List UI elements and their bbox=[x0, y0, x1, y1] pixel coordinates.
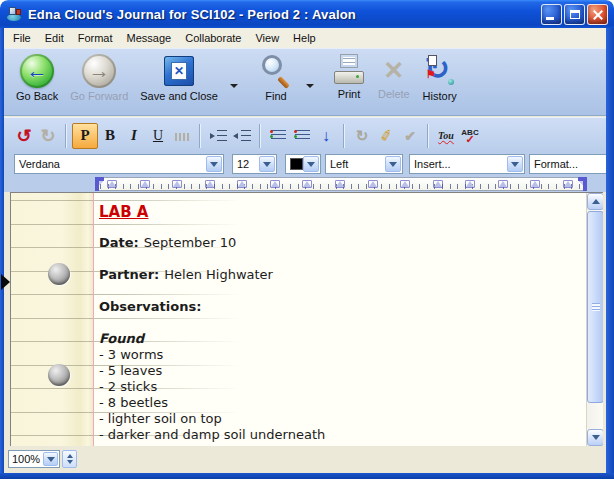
decrease-indent-button[interactable] bbox=[230, 123, 254, 149]
print-icon bbox=[332, 54, 366, 86]
toolbar-separator bbox=[343, 124, 345, 148]
go-back-icon: ← bbox=[20, 54, 54, 88]
list-item: - darker and damp soil underneath bbox=[99, 427, 325, 443]
minimize-button[interactable] bbox=[541, 4, 562, 25]
increase-indent-button[interactable] bbox=[206, 123, 230, 149]
zoom-spinner[interactable] bbox=[62, 450, 77, 468]
punch-hole bbox=[48, 263, 70, 285]
undo-icon: ↺ bbox=[16, 125, 31, 147]
spell-check-button[interactable]: ABC ✓ bbox=[458, 123, 482, 149]
chevron-down-icon[interactable] bbox=[43, 452, 58, 466]
journal-page[interactable]: LAB A Date:September 10 Partner:Helen Hi… bbox=[10, 192, 603, 446]
ruler bbox=[95, 177, 587, 191]
scroll-down-button[interactable] bbox=[587, 429, 603, 446]
delete-button: ✕ Delete bbox=[372, 53, 416, 101]
menu-edit[interactable]: Edit bbox=[38, 30, 71, 46]
spell-check-icon: ABC ✓ bbox=[461, 129, 478, 143]
chevron-down-icon[interactable] bbox=[303, 156, 319, 172]
menu-help[interactable]: Help bbox=[286, 30, 323, 46]
move-down-button[interactable]: ↓ bbox=[314, 123, 338, 149]
increase-indent-icon bbox=[209, 130, 227, 141]
margin-collapse-handle[interactable] bbox=[1, 274, 10, 290]
accept-edits-icon: ✔ bbox=[404, 128, 416, 144]
spelling-as-you-type-icon: Tou bbox=[438, 130, 454, 141]
toolbar-separator bbox=[199, 124, 201, 148]
insert-select[interactable]: Insert... bbox=[409, 154, 525, 174]
menu-bar: File Edit Format Message Collaborate Vie… bbox=[4, 28, 606, 48]
alignment-select[interactable]: Left bbox=[325, 154, 403, 174]
menu-file[interactable]: File bbox=[6, 30, 38, 46]
history-person-icon bbox=[448, 79, 454, 85]
menu-collaborate[interactable]: Collaborate bbox=[178, 30, 248, 46]
line-spacing-icon bbox=[295, 130, 310, 141]
close-button[interactable] bbox=[587, 4, 608, 25]
check-spelling-as-you-type-button[interactable]: Tou bbox=[434, 123, 458, 149]
found-heading: Found bbox=[99, 331, 144, 346]
save-and-close-button[interactable]: ✕ Save and Close bbox=[134, 53, 224, 103]
document-title: LAB A bbox=[99, 203, 148, 221]
style-combo-row: Verdana 12 Left Insert... Format... bbox=[4, 153, 606, 176]
ruler-row bbox=[4, 176, 606, 192]
ruler-tab-markers bbox=[108, 181, 572, 187]
go-forward-icon: → bbox=[82, 54, 116, 88]
chevron-down-icon[interactable] bbox=[385, 156, 401, 172]
font-color-swatch bbox=[290, 158, 303, 170]
menu-view[interactable]: View bbox=[248, 30, 286, 46]
menu-format[interactable]: Format bbox=[71, 30, 120, 46]
window-border-right bbox=[606, 26, 614, 479]
scrollbar-thumb[interactable] bbox=[587, 211, 603, 403]
move-down-icon: ↓ bbox=[322, 129, 330, 143]
application-window: Edna Cloud's Journal for SCI102 - Period… bbox=[0, 0, 614, 479]
delete-icon: ✕ bbox=[383, 54, 404, 86]
accept-edits-button: ✔ bbox=[398, 123, 422, 149]
zoom-level-select[interactable]: 100% bbox=[8, 450, 60, 468]
font-size-select[interactable]: 12 bbox=[232, 154, 277, 174]
date-line: Date:September 10 bbox=[99, 235, 236, 250]
redo-icon: ↻ bbox=[40, 125, 55, 147]
format-select[interactable]: Format... bbox=[529, 154, 606, 174]
maximize-button[interactable] bbox=[564, 4, 585, 25]
find-button[interactable]: Find bbox=[252, 53, 300, 103]
main-toolbar: ← Go Back → Go Forward ✕ Save and Close … bbox=[4, 48, 606, 116]
chevron-down-icon[interactable] bbox=[507, 156, 523, 172]
font-family-select[interactable]: Verdana bbox=[14, 154, 224, 174]
chevron-down-icon[interactable] bbox=[206, 156, 222, 172]
paragraph-spacing-button[interactable] bbox=[266, 123, 290, 149]
bold-button[interactable]: B bbox=[98, 123, 122, 149]
print-button[interactable]: Print bbox=[326, 53, 372, 101]
chevron-down-icon bbox=[306, 84, 314, 105]
paragraph-style-button[interactable]: P bbox=[72, 123, 98, 149]
left-margin-marker[interactable] bbox=[95, 177, 104, 191]
paragraph-spacing-icon bbox=[271, 130, 286, 141]
vertical-scrollbar[interactable] bbox=[586, 193, 603, 446]
scroll-up-button[interactable] bbox=[587, 193, 603, 210]
chevron-down-icon bbox=[230, 84, 238, 105]
status-bar: 100% bbox=[4, 446, 606, 473]
find-dropdown-arrow[interactable] bbox=[300, 88, 320, 106]
refresh-button: ↻ bbox=[350, 123, 374, 149]
redo-button: ↻ bbox=[36, 123, 60, 149]
right-margin-marker[interactable] bbox=[578, 177, 587, 191]
spinner-up-icon bbox=[67, 454, 73, 458]
window-title: Edna Cloud's Journal for SCI102 - Period… bbox=[28, 7, 541, 22]
go-back-button[interactable]: ← Go Back bbox=[10, 53, 64, 103]
undo-button[interactable]: ↺ bbox=[12, 123, 36, 149]
highlight-pen-button[interactable]: ✐ bbox=[374, 123, 398, 149]
font-color-select[interactable] bbox=[285, 154, 321, 174]
list-item: - lighter soil on top bbox=[99, 411, 325, 427]
window-border-bottom bbox=[0, 473, 614, 479]
decrease-indent-icon bbox=[233, 130, 251, 141]
menu-message[interactable]: Message bbox=[120, 30, 179, 46]
toolbar-separator bbox=[259, 124, 261, 148]
history-icon: ↻ ⚑ bbox=[422, 54, 458, 88]
scrollbar-grip-icon bbox=[592, 303, 600, 311]
document-text[interactable]: LAB A Date:September 10 Partner:Helen Hi… bbox=[99, 193, 573, 446]
history-button[interactable]: ↻ ⚑ History bbox=[416, 53, 464, 103]
underline-button[interactable]: U bbox=[146, 123, 170, 149]
save-and-close-dropdown-arrow[interactable] bbox=[224, 88, 244, 106]
line-spacing-button[interactable] bbox=[290, 123, 314, 149]
italic-button[interactable]: I bbox=[122, 123, 146, 149]
toolbar-separator bbox=[427, 124, 429, 148]
list-item: - 5 leaves bbox=[99, 363, 325, 379]
chevron-down-icon[interactable] bbox=[259, 156, 275, 172]
